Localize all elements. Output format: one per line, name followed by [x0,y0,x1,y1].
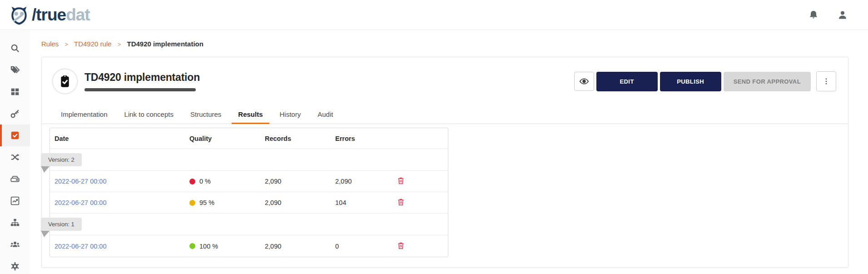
trash-icon [397,198,405,206]
trash-icon [397,176,405,185]
tab-bar: Implementation Link to concepts Structur… [42,105,848,124]
breadcrumb-separator: > [65,41,69,48]
logo-wordmark: /truedat [32,5,90,25]
result-date-link[interactable]: 2022-06-27 00:00 [55,199,107,206]
grid-icon [10,87,20,97]
clipboard-check-icon [58,74,72,89]
key-icon [10,109,20,119]
breadcrumb: Rules > TD4920 rule > TD4920 implementat… [41,40,848,48]
user-profile-icon[interactable] [837,10,848,20]
version-badge: Version: 2 [41,153,82,166]
version-badge-fold [41,166,50,173]
errors-value: 104 [335,199,396,206]
tags-icon [10,65,20,75]
tab-structures[interactable]: Structures [184,105,228,124]
quality-value: 0 % [199,178,211,185]
tab-history[interactable]: History [273,105,308,124]
errors-value: 0 [335,243,396,250]
delete-result-button[interactable] [396,197,406,209]
breadcrumb-separator: > [118,41,121,48]
sidebar-item-user-groups[interactable] [0,234,30,255]
column-header-records: Records [265,135,335,142]
users-icon [10,239,20,249]
sidebar-item-settings[interactable] [0,255,30,274]
version-badge: Version: 1 [41,218,82,231]
delete-result-button[interactable] [396,175,406,187]
records-value: 2,090 [265,243,335,250]
sidebar-item-analytics[interactable] [0,190,30,212]
delete-result-button[interactable] [396,240,406,252]
quality-status-dot [189,179,195,184]
publish-button[interactable]: PUBLISH [660,72,721,91]
quality-value: 100 % [199,243,218,250]
truedat-logo[interactable]: /truedat [9,5,90,25]
chart-line-icon [10,196,20,206]
result-date-link[interactable]: 2022-06-27 00:00 [55,178,107,185]
edit-button[interactable]: EDIT [596,72,658,91]
records-value: 2,090 [265,199,335,206]
sidebar-item-rules[interactable] [0,125,30,146]
result-date-link[interactable]: 2022-06-27 00:00 [55,243,107,250]
breadcrumb-link-rule[interactable]: TD4920 rule [74,40,112,48]
page-title: TD4920 implementation [84,71,200,84]
version-badge-fold [41,230,50,237]
breadcrumb-link-rules[interactable]: Rules [41,40,59,48]
sidebar-item-lineage[interactable] [0,212,30,234]
eye-icon [579,76,589,86]
preview-button[interactable] [574,72,594,91]
sidebar-item-dashboards[interactable] [0,81,30,103]
column-header-date: Date [55,135,189,142]
result-row: 2022-06-27 00:00 100 % 2,090 0 [50,235,448,257]
owl-logo-icon [9,5,29,25]
records-value: 2,090 [265,178,335,185]
sidebar-item-tags[interactable] [0,59,30,81]
kebab-menu-icon [822,77,830,86]
main-content: Rules > TD4920 rule > TD4920 implementat… [30,30,868,274]
quality-value: 95 % [199,199,214,206]
errors-value: 2,090 [335,178,396,185]
quality-status-dot [189,200,195,206]
sitemap-icon [10,218,20,228]
sidebar-item-relations[interactable] [0,146,30,168]
storage-drive-icon [10,174,20,184]
breadcrumb-current: TD4920 implementation [127,40,203,48]
shuffle-icon [10,152,20,162]
topbar: /truedat [0,0,868,30]
notifications-bell-icon[interactable] [808,10,819,20]
action-buttons: EDIT PUBLISH SEND FOR APPROVAL [574,71,836,91]
tab-results[interactable]: Results [232,105,269,124]
sidebar-item-permissions[interactable] [0,103,30,125]
implementation-card: TD4920 implementation EDIT PUBLISH SEND … [41,57,848,268]
search-icon [10,43,20,53]
more-options-button[interactable] [816,71,836,91]
version-group-row: Version: 1 [50,214,448,235]
tab-audit[interactable]: Audit [311,105,339,124]
tab-implementation[interactable]: Implementation [55,105,114,124]
send-for-approval-button[interactable]: SEND FOR APPROVAL [724,72,811,91]
column-header-errors: Errors [335,135,396,142]
tab-link-to-concepts[interactable]: Link to concepts [118,105,180,124]
result-row: 2022-06-27 00:00 95 % 2,090 104 [50,192,448,214]
column-header-quality: Quality [189,135,265,142]
version-group-row: Version: 2 [50,149,448,171]
sidebar [0,30,30,274]
quality-status-dot [189,243,195,249]
trash-icon [397,241,405,250]
results-table-header: Date Quality Records Errors [50,128,448,149]
sidebar-item-data-sources[interactable] [0,168,30,190]
results-table: Date Quality Records Errors Version: 2 2… [50,128,448,257]
check-square-icon [10,130,20,140]
quality-progress-bar [84,88,196,91]
entity-avatar [52,68,78,95]
gear-icon [10,261,20,271]
result-row: 2022-06-27 00:00 0 % 2,090 2,090 [50,171,448,192]
sidebar-item-search[interactable] [0,37,30,59]
